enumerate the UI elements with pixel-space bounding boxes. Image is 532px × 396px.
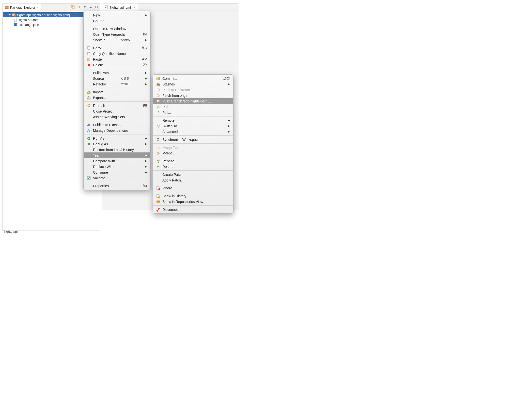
team-submenu: Commit...⌥⌘3Stashes▶Push to UpstreamFetc… xyxy=(153,74,234,214)
menu-item[interactable]: Debug As▶ xyxy=(84,141,150,147)
svg-point-32 xyxy=(158,127,159,128)
menu-item-label: Push to Upstream xyxy=(162,88,190,92)
menu-item-label: Push Branch 'add-flights-path'... xyxy=(162,99,211,103)
close-icon[interactable]: × xyxy=(134,6,136,9)
menu-item-label: Validate xyxy=(93,176,105,180)
menu-item[interactable]: Commit...⌥⌘3 xyxy=(153,76,233,81)
minimize-icon[interactable] xyxy=(88,5,93,9)
menu-shortcut: F5 xyxy=(143,104,147,107)
explorer-tab[interactable]: Package Explorer × xyxy=(3,4,41,11)
menu-separator xyxy=(153,205,233,206)
submenu-arrow-icon: ▶ xyxy=(145,142,147,146)
menu-item: Push to Upstream xyxy=(153,87,233,93)
menu-item[interactable]: Advanced▶ xyxy=(153,129,233,134)
maximize-icon[interactable] xyxy=(94,5,99,9)
collapse-all-icon[interactable] xyxy=(71,5,75,9)
menu-separator xyxy=(84,101,150,102)
explorer-tabbar: Package Explorer × xyxy=(3,4,100,11)
menu-item[interactable]: Open in New Window xyxy=(84,26,150,32)
svg-rect-10 xyxy=(14,23,17,26)
submenu-arrow-icon: ▶ xyxy=(228,130,230,133)
svg-point-23 xyxy=(89,131,90,132)
menu-item[interactable]: Run As▶ xyxy=(84,135,150,141)
menu-item-label: Pull xyxy=(162,105,168,109)
svg-point-37 xyxy=(159,153,160,154)
menu-item: Merge Tool xyxy=(153,145,233,150)
submenu-arrow-icon: ▶ xyxy=(145,171,147,174)
menu-item-label: Show in Repositories View xyxy=(162,200,203,204)
menu-item[interactable]: GITShow in Repositories View xyxy=(153,199,233,204)
menu-item-label: Pull... xyxy=(162,111,171,115)
menu-item[interactable]: Close Project xyxy=(84,108,150,114)
menu-item[interactable]: Replace With▶ xyxy=(84,164,150,169)
menu-item[interactable]: Rebase... xyxy=(153,158,233,164)
submenu-arrow-icon: ▶ xyxy=(145,71,147,74)
menu-item[interactable]: Show in History xyxy=(153,193,233,199)
menu-item[interactable]: Merge... xyxy=(153,150,233,156)
menu-item[interactable]: Go Into xyxy=(84,18,150,24)
menu-item[interactable]: Restore from Local History... xyxy=(84,147,150,152)
menu-item[interactable]: Open Type HierarchyF4 xyxy=(84,32,150,37)
menu-item[interactable]: Copy⌘C xyxy=(84,45,150,51)
menu-item[interactable]: Show In⌥⌘W▶ xyxy=(84,37,150,43)
menu-item-label: Paste xyxy=(93,57,102,61)
menu-item[interactable]: Fetch from origin xyxy=(153,93,233,98)
menu-item[interactable]: Stashes▶ xyxy=(153,81,233,87)
menu-item[interactable]: Team▶ xyxy=(84,152,150,158)
submenu-arrow-icon: ▶ xyxy=(145,38,147,42)
menu-item[interactable]: Properties⌘I xyxy=(84,183,150,189)
menu-item[interactable]: New▶ xyxy=(84,12,150,18)
expand-icon[interactable]: ▼ xyxy=(9,14,11,16)
menu-shortcut: ⌥⌘S xyxy=(120,77,129,80)
menu-item[interactable]: Compare With▶ xyxy=(84,158,150,164)
menu-item[interactable]: Import... xyxy=(84,89,150,95)
svg-point-40 xyxy=(158,162,159,163)
menu-item[interactable]: Export... xyxy=(84,95,150,100)
menu-shortcut: ⌘I xyxy=(143,184,147,188)
menu-item-label: Restore from Local History... xyxy=(93,148,136,152)
svg-rect-28 xyxy=(157,84,160,85)
menu-item[interactable]: Refactor⌥⌘T▶ xyxy=(84,81,150,87)
menu-item-label: Synchronize Workspace xyxy=(162,138,200,142)
tree-file-label: exchange.json xyxy=(18,23,39,27)
editor-tab[interactable]: {} flights-api.raml × xyxy=(102,4,138,11)
menu-item[interactable]: Create Patch... xyxy=(153,172,233,177)
menu-item[interactable]: Validate xyxy=(84,175,150,181)
tree-project-label: flights-api [flights-api add-flights-pat… xyxy=(17,13,70,17)
menu-item[interactable]: Source⌥⌘S▶ xyxy=(84,76,150,81)
menu-item[interactable]: Apply Patch... xyxy=(153,177,233,183)
menu-item[interactable]: Configure▶ xyxy=(84,169,150,175)
disconnect-icon xyxy=(156,208,160,212)
close-icon[interactable]: × xyxy=(37,6,39,9)
menu-item-label: New xyxy=(93,13,100,17)
menu-item-label: Assign Working Sets... xyxy=(93,115,128,119)
menu-item[interactable]: Switch To▶ xyxy=(153,123,233,129)
editor-tabbar: {} flights-api.raml × xyxy=(102,4,238,11)
menu-item[interactable]: Paste⌘V xyxy=(84,56,150,62)
menu-item[interactable]: Ignore xyxy=(153,185,233,191)
svg-rect-33 xyxy=(157,147,158,148)
menu-item[interactable]: Push Branch 'add-flights-path'... xyxy=(153,98,233,104)
menu-item[interactable]: Build Path▶ xyxy=(84,70,150,76)
menu-item[interactable]: Disconnect xyxy=(153,207,233,212)
menu-item[interactable]: Assign Working Sets... xyxy=(84,114,150,120)
menu-item[interactable]: Manage Dependencies xyxy=(84,128,150,133)
menu-item[interactable]: Reset... xyxy=(153,164,233,169)
menu-item[interactable]: Delete⌦ xyxy=(84,62,150,68)
link-editor-icon[interactable] xyxy=(77,5,81,9)
menu-item-label: Close Project xyxy=(93,109,113,113)
menu-item[interactable]: Remote▶ xyxy=(153,117,233,123)
submenu-arrow-icon: ▶ xyxy=(228,124,230,128)
menu-item[interactable]: Publish to Exchange xyxy=(84,122,150,128)
menu-item[interactable]: Copy Qualified Name xyxy=(84,51,150,56)
menu-item[interactable]: Pull xyxy=(153,104,233,110)
view-menu-icon[interactable] xyxy=(82,5,87,9)
svg-rect-4 xyxy=(90,7,92,8)
copy-qn-icon xyxy=(87,52,91,56)
menu-item-label: Export... xyxy=(93,96,106,100)
menu-item-label: Open in New Window xyxy=(93,27,126,31)
menu-item-label: Fetch from origin xyxy=(162,94,188,98)
menu-item[interactable]: Pull... xyxy=(153,110,233,115)
menu-item[interactable]: RefreshF5 xyxy=(84,103,150,108)
menu-item[interactable]: Synchronize Workspace xyxy=(153,137,233,142)
